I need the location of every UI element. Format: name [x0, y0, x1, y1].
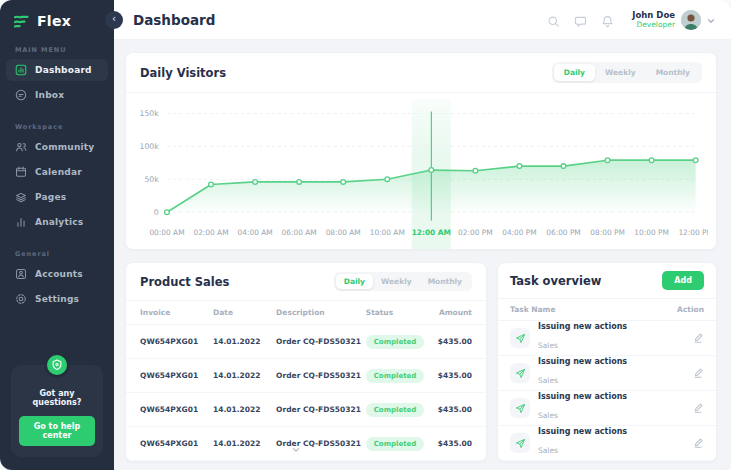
sidebar-section-workspace: Workspace [15, 123, 114, 131]
svg-text:100k: 100k [140, 142, 160, 151]
sidebar-item-inbox[interactable]: Inbox [6, 84, 108, 106]
sidebar-item-label: Analytics [35, 217, 83, 227]
visitors-tab-weekly[interactable]: Weekly [595, 64, 646, 81]
edit-icon[interactable] [692, 364, 704, 383]
visitors-title: Daily Visitors [140, 66, 226, 80]
help-card: Got any questions? Go to help center [11, 365, 103, 457]
svg-text:12:00 AM: 12:00 AM [412, 228, 451, 237]
sidebar-item-settings[interactable]: Settings [6, 288, 108, 310]
add-task-button[interactable]: Add [662, 271, 704, 290]
sidebar-section-main-menu: MAIN MENU [15, 46, 114, 54]
column-header: Action [677, 305, 704, 314]
list-item[interactable]: Issuing new actions Sales [498, 426, 716, 461]
list-item[interactable]: Issuing new actions Sales [498, 356, 716, 391]
svg-text:12:00 PM: 12:00 PM [678, 228, 708, 237]
calendar-icon [15, 166, 27, 178]
dashboard-icon [15, 64, 27, 76]
edit-icon[interactable] [692, 434, 704, 453]
sidebar-item-dashboard[interactable]: Dashboard [6, 59, 108, 81]
invoice-cell: QW654PXG01 [140, 405, 213, 414]
svg-text:06:00 PM: 06:00 PM [546, 228, 580, 237]
svg-text:08:00 AM: 08:00 AM [326, 228, 361, 237]
date-cell: 14.01.2022 [213, 337, 276, 346]
column-header: Status [366, 308, 426, 317]
list-item[interactable]: Issuing new actions Sales [498, 321, 716, 356]
task-title: Issuing new actions [538, 357, 627, 367]
table-row[interactable]: QW654PXG01 14.01.2022 Order CQ-FDS50321 … [126, 427, 486, 461]
sales-tab-daily[interactable]: Daily [336, 274, 373, 289]
bell-icon[interactable] [601, 13, 614, 26]
sidebar-collapse-button[interactable]: ‹ [105, 11, 123, 29]
chart-area: 150k100k50k000:00 AM02:00 AM04:00 AM06:0… [126, 93, 716, 251]
tasks-table-header: Task Name Action [498, 298, 716, 321]
brand-name: Flex [37, 13, 71, 29]
paper-plane-icon [510, 433, 530, 453]
sales-tab-monthly[interactable]: Monthly [420, 274, 470, 289]
sales-table-header: Invoice Date Description Status Amount [126, 300, 486, 325]
column-header: Description [276, 308, 366, 317]
status-badge: Completed [366, 369, 425, 383]
svg-text:02:00 PM: 02:00 PM [458, 228, 492, 237]
sidebar-item-pages[interactable]: Pages [6, 186, 108, 208]
sales-tab-group: Daily Weekly Monthly [334, 272, 472, 291]
sidebar-item-label: Inbox [35, 90, 64, 100]
sales-tab-weekly[interactable]: Weekly [373, 274, 420, 289]
chat-icon[interactable] [574, 13, 587, 26]
task-title: Issuing new actions [538, 427, 627, 437]
product-sales-card: Product Sales Daily Weekly Monthly Invoi… [125, 262, 487, 462]
help-center-button[interactable]: Go to help center [19, 416, 95, 446]
sidebar: Flex MAIN MENU Dashboard Inbox Workspace… [0, 0, 114, 470]
description-cell: Order CQ-FDS50321 [276, 439, 366, 448]
svg-text:0: 0 [154, 208, 159, 217]
sales-title: Product Sales [140, 275, 229, 289]
column-header: Amount [425, 308, 471, 317]
analytics-icon [15, 216, 27, 228]
sidebar-item-label: Calendar [35, 167, 82, 177]
svg-text:06:00 AM: 06:00 AM [282, 228, 317, 237]
task-subtitle: Sales [538, 446, 558, 455]
sidebar-item-label: Settings [35, 294, 79, 304]
table-row[interactable]: QW654PXG01 14.01.2022 Order CQ-FDS50321 … [126, 393, 486, 427]
pages-icon [15, 191, 27, 203]
invoice-cell: QW654PXG01 [140, 371, 213, 380]
daily-visitors-chart: 150k100k50k000:00 AM02:00 AM04:00 AM06:0… [132, 97, 708, 251]
status-badge: Completed [366, 403, 425, 417]
sidebar-item-calendar[interactable]: Calendar [6, 161, 108, 183]
sidebar-item-community[interactable]: Community [6, 136, 108, 158]
table-row[interactable]: QW654PXG01 14.01.2022 Order CQ-FDS50321 … [126, 325, 486, 359]
task-title: Issuing new actions [538, 322, 627, 332]
brand-logo: Flex [0, 0, 114, 29]
task-title: Issuing new actions [538, 392, 627, 402]
tasks-title: Task overview [510, 274, 601, 288]
svg-text:02:00 AM: 02:00 AM [193, 228, 228, 237]
svg-text:10:00 AM: 10:00 AM [370, 228, 405, 237]
edit-icon[interactable] [692, 399, 704, 418]
list-item[interactable]: Issuing new actions Sales [498, 391, 716, 426]
content: Daily Visitors Daily Weekly Monthly 150k… [114, 40, 731, 470]
sidebar-item-analytics[interactable]: Analytics [6, 211, 108, 233]
svg-text:04:00 AM: 04:00 AM [238, 228, 273, 237]
sidebar-item-label: Community [35, 142, 94, 152]
search-icon[interactable] [547, 13, 560, 26]
sidebar-section-general: General [15, 250, 114, 258]
amount-cell: $435.00 [425, 405, 471, 414]
settings-icon [15, 293, 27, 305]
status-badge: Completed [366, 335, 425, 349]
edit-icon[interactable] [692, 329, 704, 348]
table-row[interactable]: QW654PXG01 14.01.2022 Order CQ-FDS50321 … [126, 359, 486, 393]
date-cell: 14.01.2022 [213, 439, 276, 448]
task-subtitle: Sales [538, 341, 558, 350]
description-cell: Order CQ-FDS50321 [276, 405, 366, 414]
visitors-tab-monthly[interactable]: Monthly [646, 64, 700, 81]
flex-logo-icon [14, 14, 30, 28]
expand-more-icon[interactable] [292, 439, 300, 458]
task-overview-card: Task overview Add Task Name Action Issui… [497, 262, 717, 462]
community-icon [15, 141, 27, 153]
avatar [681, 10, 701, 30]
user-menu[interactable]: John Doe Developer [632, 10, 715, 30]
sidebar-item-accounts[interactable]: Accounts [6, 263, 108, 285]
date-cell: 14.01.2022 [213, 371, 276, 380]
invoice-cell: QW654PXG01 [140, 337, 213, 346]
column-header: Invoice [140, 308, 213, 317]
visitors-tab-daily[interactable]: Daily [554, 64, 595, 81]
